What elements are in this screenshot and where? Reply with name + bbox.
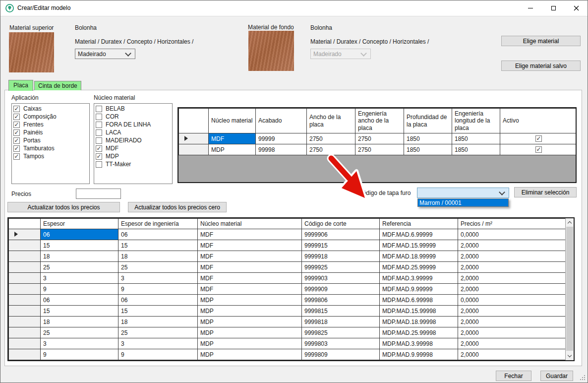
- column-header-c-digo-de-corte[interactable]: Código de corte: [302, 219, 380, 229]
- checklist-item-caixas[interactable]: Caixas: [13, 105, 89, 113]
- checkbox[interactable]: [13, 122, 20, 128]
- grid-cell[interactable]: 06: [41, 229, 118, 240]
- grid-cell[interactable]: 2,0000: [458, 273, 566, 284]
- grid-cell[interactable]: 2,0000: [458, 306, 566, 317]
- checklist-item-tamburatos[interactable]: Tamburatos: [13, 144, 89, 152]
- row-header[interactable]: [9, 349, 41, 360]
- grid-cell[interactable]: 9999806: [302, 295, 380, 306]
- checklist-item-cor[interactable]: COR: [96, 113, 172, 121]
- grid-cell[interactable]: 25: [41, 262, 118, 273]
- grid-cell[interactable]: 06: [118, 229, 198, 240]
- grid-cell[interactable]: 99998: [256, 144, 307, 155]
- grid-cell[interactable]: 15: [118, 240, 198, 251]
- row-header[interactable]: [9, 229, 41, 240]
- grid-cell[interactable]: 9999906: [302, 229, 380, 240]
- grid-cell[interactable]: 9999925: [302, 262, 380, 273]
- tab-cinta-de-borde[interactable]: Cinta de borde: [34, 81, 81, 90]
- column-header-n-cleo-material[interactable]: Núcleo material: [209, 109, 256, 133]
- checkbox[interactable]: [96, 129, 102, 136]
- column-header-espesor[interactable]: Espesor: [41, 219, 118, 229]
- grid-cell[interactable]: 9999918: [302, 251, 380, 262]
- resize-grip[interactable]: [580, 375, 586, 381]
- grid-corner[interactable]: [179, 109, 209, 133]
- grid-cell[interactable]: 18: [118, 317, 198, 327]
- row-header[interactable]: [179, 144, 209, 155]
- checkbox[interactable]: [13, 145, 20, 152]
- grid-cell[interactable]: MDP.MAD.3.99998: [380, 338, 458, 349]
- grid-cell[interactable]: 9999803: [302, 338, 380, 349]
- grid-cell[interactable]: 9: [41, 349, 118, 360]
- aplicacion-checklist[interactable]: CaixasComposiçãoFrentesPainéisPortasTamb…: [11, 103, 90, 184]
- column-header-n-cleo-material[interactable]: Núcleo material: [198, 219, 302, 229]
- grid-cell[interactable]: 18: [118, 251, 198, 262]
- checkbox[interactable]: [13, 153, 20, 160]
- precios-input[interactable]: [76, 189, 121, 199]
- checklist-item-mdp[interactable]: MDP: [96, 152, 172, 160]
- row-header[interactable]: [9, 338, 41, 349]
- column-header-acabado[interactable]: Acabado: [256, 109, 307, 133]
- checklist-item-tt-maker[interactable]: TT-Maker: [96, 160, 172, 168]
- checklist-item-composi-o[interactable]: Composição: [13, 113, 89, 121]
- guardar-button[interactable]: Guardar: [540, 371, 573, 381]
- row-header[interactable]: [9, 251, 41, 262]
- checklist-item-laca[interactable]: LACA: [96, 128, 172, 136]
- grid-cell[interactable]: MDP: [198, 338, 302, 349]
- grid-cell[interactable]: MDP: [198, 306, 302, 317]
- grid-cell[interactable]: 9999825: [302, 327, 380, 338]
- minimize-button[interactable]: [519, 0, 542, 16]
- grid-cell[interactable]: 25: [41, 327, 118, 338]
- grid-cell[interactable]: MDP.MAD.6.99998: [380, 295, 458, 306]
- checklist-item-pain-is[interactable]: Painéis: [13, 128, 89, 136]
- elige-material-salvo-button[interactable]: Elige material salvo: [501, 61, 581, 71]
- grid-cell[interactable]: 9999909: [302, 284, 380, 295]
- row-header[interactable]: [9, 273, 41, 284]
- grid-cell[interactable]: 9: [41, 284, 118, 295]
- grid-cell[interactable]: MDF.MAD.6.99999: [380, 229, 458, 240]
- column-header-activo[interactable]: Activo: [500, 109, 576, 133]
- row-header[interactable]: [9, 240, 41, 251]
- grid-cell[interactable]: 2750: [307, 144, 355, 155]
- grid-cell[interactable]: MDF.MAD.3.99999: [380, 273, 458, 284]
- grid-cell[interactable]: MDF: [198, 251, 302, 262]
- grid-cell[interactable]: MDP: [209, 144, 256, 155]
- column-header-engenier-a-ancho-de-la-placa[interactable]: Engeniería ancho de la placa: [355, 109, 404, 133]
- checklist-item-belab[interactable]: BELAB: [96, 105, 172, 113]
- checkbox[interactable]: [13, 137, 20, 144]
- grid-cell[interactable]: 9999818: [302, 317, 380, 327]
- row-header[interactable]: [9, 317, 41, 327]
- scroll-up-button[interactable]: [566, 218, 574, 227]
- grid-cell[interactable]: 9999809: [302, 349, 380, 360]
- grid-cell[interactable]: MDF: [209, 133, 256, 144]
- grid-cell[interactable]: MDF: [198, 284, 302, 295]
- checklist-item-tampos[interactable]: Tampos: [13, 152, 89, 160]
- grid-cell[interactable]: 18: [41, 317, 118, 327]
- vertical-scrollbar[interactable]: [565, 218, 574, 360]
- grid-cell[interactable]: 2,0000: [458, 240, 566, 251]
- column-header-profundidad-de-la-placa[interactable]: Profundidad de la placa: [404, 109, 452, 133]
- checkbox[interactable]: [96, 114, 102, 120]
- plate-grid[interactable]: Núcleo materialAcabadoAncho de la placaE…: [177, 107, 577, 183]
- checklist-item-madeirado[interactable]: MADEIRADO: [96, 136, 172, 144]
- grid-cell[interactable]: 1850: [452, 133, 500, 144]
- material-superior-finish-select[interactable]: Madeirado: [75, 49, 135, 59]
- maximize-button[interactable]: [542, 0, 565, 16]
- grid-cell[interactable]: 9999915: [302, 240, 380, 251]
- checklist-item-portas[interactable]: Portas: [13, 136, 89, 144]
- grid-cell[interactable]: MDF.MAD.18.99999: [380, 251, 458, 262]
- grid-cell[interactable]: 3: [41, 338, 118, 349]
- dropdown-option-marrom[interactable]: Marrom / 00001: [418, 199, 508, 206]
- scroll-down-button[interactable]: [566, 352, 574, 360]
- row-header[interactable]: [9, 284, 41, 295]
- column-header-ancho-de-la-placa[interactable]: Ancho de la placa: [307, 109, 355, 133]
- grid-cell[interactable]: MDF: [198, 229, 302, 240]
- actualizar-precios-button[interactable]: Actualizar todos los precios: [7, 202, 120, 212]
- close-button[interactable]: [565, 0, 588, 16]
- elige-material-button[interactable]: Elige material: [501, 36, 581, 46]
- row-header[interactable]: [9, 262, 41, 273]
- grid-cell[interactable]: 2,0000: [458, 338, 566, 349]
- grid-cell[interactable]: 9: [118, 349, 198, 360]
- grid-cell[interactable]: 3: [118, 273, 198, 284]
- grid-cell[interactable]: MDP: [198, 317, 302, 327]
- grid-cell[interactable]: 15: [41, 240, 118, 251]
- grid-cell[interactable]: 1850: [404, 133, 452, 144]
